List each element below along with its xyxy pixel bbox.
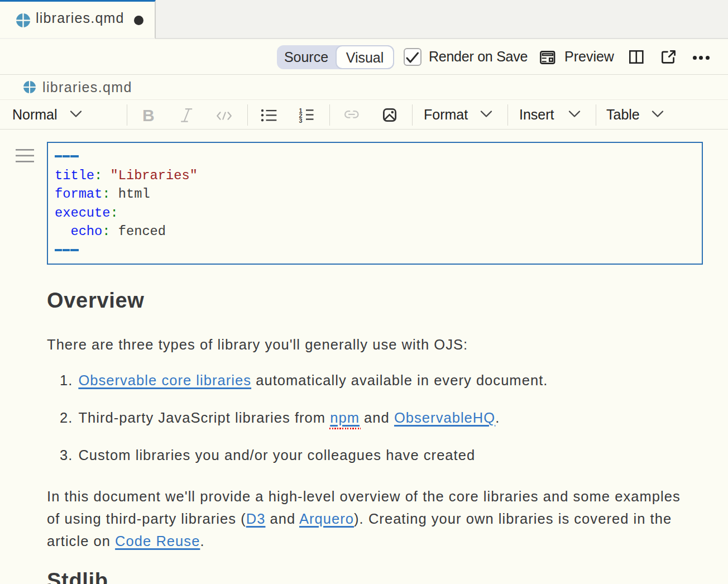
- svg-text:3: 3: [299, 117, 303, 124]
